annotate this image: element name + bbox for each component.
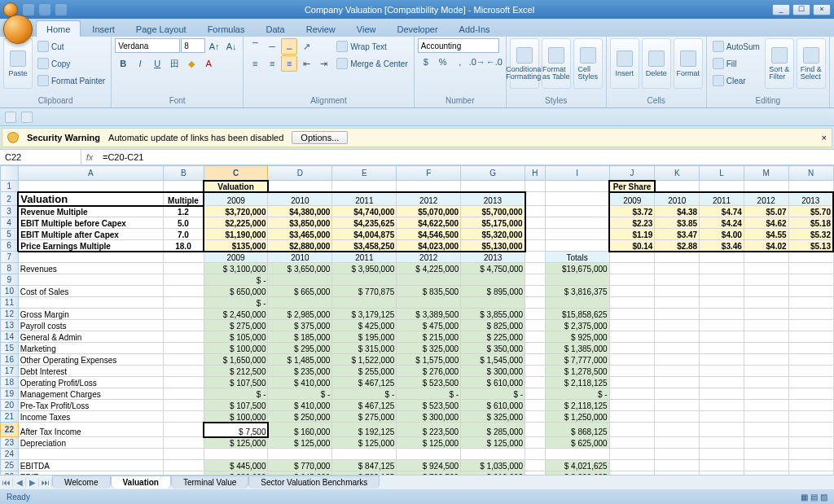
number-format-select[interactable] [418,38,499,53]
sigma-icon [713,41,724,52]
align-center-button[interactable]: ≡ [264,55,280,72]
format-as-table-button[interactable]: Format as Table [542,38,571,89]
increase-decimal-button[interactable]: .0→ [469,54,485,70]
align-left-button[interactable]: ≡ [247,55,263,72]
undo-qat-icon[interactable] [21,112,33,123]
security-warning-label: Security Warning [27,133,100,142]
status-ready: Ready [7,493,30,502]
title-bar: Company Valuation [Compatibility Mode] -… [0,0,834,19]
merge-icon [336,58,348,69]
quick-access-toolbar[interactable] [23,4,67,15]
accounting-button[interactable]: $ [418,54,434,70]
paste-button[interactable]: Paste [3,38,33,89]
conditional-formatting-button[interactable]: Conditional Formatting [510,38,539,89]
align-top-button[interactable]: ⎺ [247,38,263,55]
tab-review[interactable]: Review [296,21,345,37]
align-bottom-button[interactable]: ⎽ [281,38,297,55]
align-right-button[interactable]: ≡ [281,55,297,72]
sheet-tab-terminal[interactable]: Terminal Value [171,476,248,489]
sheet-tab-sector[interactable]: Sector Valuation Benchmarks [248,476,380,489]
tab-addins[interactable]: Add-Ins [450,21,500,37]
tab-view[interactable]: View [347,21,386,37]
orientation-button[interactable]: ↗ [298,38,314,55]
fill-icon [713,58,724,69]
clear-button[interactable]: Clear [710,72,762,89]
save-qat-icon[interactable] [5,112,16,123]
ribbon: Paste Cut Copy Format Painter Clipboard … [0,37,834,108]
view-normal-button[interactable]: ▦ [801,493,808,502]
bold-button[interactable]: B [115,55,131,72]
wrap-icon [336,41,348,52]
paste-icon [10,50,26,67]
font-color-button[interactable]: A [200,55,217,72]
increase-indent-button[interactable]: ⇥ [315,55,331,72]
close-button[interactable]: × [813,4,831,15]
fx-icon[interactable]: fx [81,152,98,162]
security-warning-message: Automatic update of links has been disab… [108,133,283,142]
format-painter-button[interactable]: Format Painter [35,72,108,89]
eraser-icon [713,75,724,86]
security-close-button[interactable]: × [822,133,827,142]
sort-filter-button[interactable]: Sort & Filter [765,38,794,89]
group-styles-label: Styles [510,95,603,106]
delete-cells-button[interactable]: Delete [642,38,671,89]
border-button[interactable]: 田 [166,55,182,72]
fill-button[interactable]: Fill [710,55,762,72]
percent-button[interactable]: % [435,54,451,70]
security-warning-bar: Security Warning Automatic update of lin… [2,128,832,147]
sheet-tab-valuation[interactable]: Valuation [111,476,171,489]
tab-home[interactable]: Home [36,20,81,37]
maximize-button[interactable]: ☐ [792,4,810,15]
quick-access-row [0,108,834,126]
find-select-button[interactable]: Find & Select [797,38,826,89]
cf-icon [516,47,533,64]
sheet-nav-first[interactable]: ⏮ [0,478,13,487]
window-title: Company Valuation [Compatibility Mode] -… [67,5,772,15]
decrease-decimal-button[interactable]: ←.0 [486,54,503,70]
view-layout-button[interactable]: ▤ [810,493,818,502]
office-button[interactable] [3,15,33,44]
copy-button[interactable]: Copy [35,55,108,72]
align-middle-button[interactable]: ─ [264,38,280,55]
sheet-tab-welcome[interactable]: Welcome [52,476,111,489]
security-options-button[interactable]: Options... [292,131,348,144]
italic-button[interactable]: I [132,55,148,72]
tab-insert[interactable]: Insert [82,21,125,37]
autosum-button[interactable]: AutoSum [710,38,762,55]
merge-center-button[interactable]: Merge & Center [334,55,410,72]
cell-styles-button[interactable]: Cell Styles [573,38,603,89]
formula-input[interactable]: =C20-C21 [98,152,834,162]
comma-button[interactable]: , [452,54,468,70]
font-size-select[interactable] [181,38,205,53]
sheet-nav-last[interactable]: ⏭ [39,478,52,487]
cut-button[interactable]: Cut [35,38,108,55]
group-clipboard-label: Clipboard [3,95,108,106]
tab-page-layout[interactable]: Page Layout [126,21,196,37]
group-alignment-label: Alignment [247,95,410,106]
sheet-nav-next[interactable]: ▶ [26,478,39,487]
decrease-indent-button[interactable]: ⇤ [298,55,314,72]
sheet-nav-prev[interactable]: ◀ [13,478,26,487]
name-box[interactable]: C22 [0,150,81,164]
grow-font-button[interactable]: A↑ [206,38,222,55]
format-cells-button[interactable]: Format [674,38,703,89]
font-family-select[interactable] [115,38,180,53]
minimize-button[interactable]: _ [772,4,790,15]
shrink-font-button[interactable]: A↓ [223,38,239,55]
insert-cells-button[interactable]: Insert [610,38,639,89]
tab-formulas[interactable]: Formulas [198,21,255,37]
fill-color-button[interactable]: ◆ [183,55,200,72]
group-number-label: Number [418,95,503,106]
tab-data[interactable]: Data [256,21,294,37]
tab-developer[interactable]: Developer [387,21,447,37]
formula-bar: C22 fx =C20-C21 [0,149,834,165]
status-bar: Ready ▦ ▤ ▨ [0,489,834,504]
paintbrush-icon [37,75,49,86]
wrap-text-button[interactable]: Wrap Text [334,38,410,55]
group-font-label: Font [115,95,239,106]
view-pagebreak-button[interactable]: ▨ [820,493,827,502]
spreadsheet-grid[interactable]: ABCDEFGHIJKLMN1ValuationPer Share2Valuat… [0,165,834,475]
copy-icon [37,58,49,69]
sheet-tab-bar: ⏮ ◀ ▶ ⏭ Welcome Valuation Terminal Value… [0,475,834,489]
underline-button[interactable]: U [149,55,165,72]
